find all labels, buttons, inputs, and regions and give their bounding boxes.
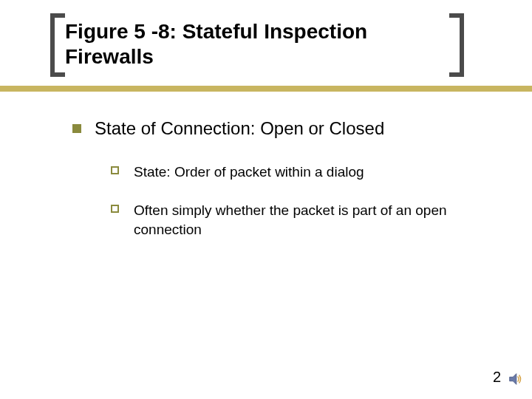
hollow-square-bullet-icon <box>111 166 119 174</box>
bullet-level1: State of Connection: Open or Closed <box>72 118 486 139</box>
sound-icon[interactable] <box>507 371 523 387</box>
bracket-decor <box>50 72 65 77</box>
bracket-decor <box>460 13 464 77</box>
bullet-level2: Often simply whether the packet is part … <box>111 201 480 239</box>
hollow-square-bullet-icon <box>111 205 119 213</box>
title-frame: Figure 5 -8: Stateful Inspection Firewal… <box>50 13 464 77</box>
bracket-decor <box>50 13 55 77</box>
bracket-decor <box>449 72 464 77</box>
slide-title: Figure 5 -8: Stateful Inspection Firewal… <box>65 19 449 69</box>
level2-text: Often simply whether the packet is part … <box>134 201 480 239</box>
accent-bar <box>0 86 532 92</box>
level2-text: State: Order of packet within a dialog <box>134 163 364 182</box>
level1-text: State of Connection: Open or Closed <box>95 118 384 139</box>
bullet-level2: State: Order of packet within a dialog <box>111 163 480 182</box>
page-number: 2 <box>493 369 501 386</box>
square-bullet-icon <box>72 124 81 133</box>
